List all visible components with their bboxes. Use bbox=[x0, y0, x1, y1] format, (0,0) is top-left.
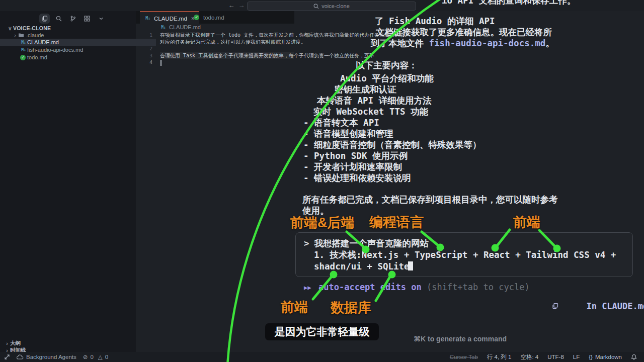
terminal-line: 密钥生成和认证 bbox=[335, 84, 396, 95]
terminal-line: 使用。 bbox=[302, 205, 329, 216]
copy-icon[interactable] bbox=[39, 14, 50, 24]
sidebar-item-fish-audio-api-docs[interactable]: M↓ fish-audio-api-docs.md bbox=[0, 46, 156, 53]
branch-icon[interactable] bbox=[67, 14, 78, 24]
code-line[interactable]: 合理使用 Task 工具创建多个子代理来提高开发的效率，每个子代理负责一个独立的… bbox=[160, 52, 374, 59]
braces-icon: {} bbox=[589, 354, 593, 360]
annotation-label-frontend-backend: 前端&后端 bbox=[290, 216, 355, 230]
panel-action-icons bbox=[39, 14, 106, 24]
terminal-line: - 语音转文本 API bbox=[303, 117, 379, 128]
sidebar-item-claude-folder[interactable]: › .claude bbox=[0, 32, 148, 39]
check-circle-icon: ✓ bbox=[20, 55, 26, 60]
text-caret bbox=[160, 60, 162, 66]
indentation-indicator[interactable]: 空格: 4 bbox=[520, 353, 538, 361]
back-arrow-icon[interactable]: ← bbox=[227, 2, 235, 10]
terminal-line: 本转语音 API 详细使用方法 bbox=[317, 95, 432, 106]
terminal-line: - 错误处理和依赖安装说明 bbox=[303, 172, 411, 184]
annotation-label-programming-language: 编程语言 bbox=[369, 215, 424, 229]
inline-code-filename: fish-audio-api-docs.md bbox=[429, 38, 546, 48]
eol-indicator[interactable]: LF bbox=[573, 354, 580, 360]
warning-triangle-icon: △ bbox=[98, 353, 103, 360]
prompt-row: shadcn/ui + SQLite bbox=[314, 261, 410, 272]
encoding-indicator[interactable]: UTF-8 bbox=[547, 354, 564, 360]
project-root[interactable]: ∨ VOICE-CLONE bbox=[0, 25, 143, 32]
terminal-line: 到了本地文件 fish-audio-api-docs.md。 bbox=[371, 38, 554, 49]
line-number: 3 bbox=[145, 52, 152, 59]
file-copy-icon bbox=[552, 283, 583, 329]
error-circle-icon: ⊘ bbox=[83, 353, 88, 360]
tab-todo-md[interactable]: ✓ todo.md bbox=[189, 11, 229, 24]
extensions-icon[interactable] bbox=[82, 14, 92, 24]
tab-bar: M↓ CLAUDE.md × ✓ todo.md bbox=[136, 11, 294, 24]
markdown-icon: M↓ bbox=[20, 40, 27, 45]
terminal-line: - 细粒度语音控制（音素控制、特殊效果等） bbox=[303, 139, 481, 150]
fast-forward-icon: ▶▶ bbox=[304, 283, 311, 292]
language-mode-indicator[interactable]: {} Markdown bbox=[589, 354, 622, 360]
markdown-icon: M↓ bbox=[144, 16, 151, 21]
terminal-line: 实时 WebSocket TTS 功能 bbox=[313, 106, 428, 117]
code-line[interactable]: 对应的任务标记为已完成，这样可以方便我们实时跟踪开发进度。 bbox=[160, 39, 306, 46]
annotation-label-frontend-2: 前端 bbox=[281, 300, 308, 314]
prompt-row: >我想搭建一个声音克隆的网站 bbox=[304, 238, 429, 249]
context-indicator: In CLAUDE.md bbox=[552, 283, 644, 329]
prompt-row: 1. 技术栈:Next.js + TypeScript + React + Ta… bbox=[314, 249, 616, 260]
background-agents-button[interactable]: Background Agents bbox=[17, 354, 76, 360]
search-icon[interactable] bbox=[53, 14, 64, 24]
auto-accept-toggle[interactable]: auto-accept edits on (shift+tab to cycle… bbox=[318, 282, 530, 292]
terminal-line: - Python SDK 使用示例 bbox=[303, 150, 408, 161]
folder-icon bbox=[18, 33, 24, 38]
notifications-bell-icon[interactable] bbox=[631, 354, 637, 360]
status-bar: Background Agents ⊘ 0 △ 0 Cursor Tab 行 4… bbox=[0, 352, 644, 362]
line-number: 1 bbox=[145, 32, 152, 39]
markdown-icon: M↓ bbox=[20, 48, 27, 52]
app-window: ← → voice-clone bbox=[0, 0, 644, 362]
chevron-right-icon: › bbox=[12, 32, 18, 38]
chevron-down-icon[interactable] bbox=[96, 14, 106, 24]
chevron-right-icon: › bbox=[4, 340, 10, 346]
terminal-cursor bbox=[408, 261, 413, 270]
search-input[interactable]: voice-clone bbox=[247, 2, 416, 11]
search-icon bbox=[313, 4, 319, 9]
cmdk-hint: ⌘K to generate a command bbox=[414, 335, 507, 343]
code-line[interactable]: 在项目根目录下我创建了一个 todo 文件，每次在开发之前，你都应该先将我们商量… bbox=[160, 32, 405, 39]
remote-window-icon[interactable] bbox=[4, 354, 10, 360]
line-number-active: 4 bbox=[145, 59, 152, 66]
check-circle-icon: ✓ bbox=[194, 15, 199, 20]
search-value: voice-clone bbox=[321, 3, 350, 9]
cloud-icon bbox=[17, 354, 24, 359]
line-col-indicator[interactable]: 行 4, 列 1 bbox=[487, 353, 512, 361]
terminal-line: - 开发者计划和速率限制 bbox=[303, 161, 402, 172]
annotation-label-frontend: 前端 bbox=[513, 215, 540, 229]
sidebar-item-todo-md[interactable]: ✓ todo.md bbox=[0, 54, 156, 61]
markdown-icon: M↓ bbox=[160, 25, 167, 30]
breadcrumb[interactable]: M↓ CLAUDE.md bbox=[160, 24, 201, 30]
annotation-label-database: 数据库 bbox=[331, 301, 371, 315]
sidebar-item-claude-md[interactable]: M↓ CLAUDE.md bbox=[0, 39, 156, 46]
terminal-line: 了 Fish Audio 的详细 API bbox=[375, 16, 495, 27]
cursor-tab-toggle[interactable]: Cursor Tab bbox=[450, 354, 478, 360]
problems-indicator[interactable]: ⊘ 0 △ 0 bbox=[83, 353, 108, 360]
terminal-line: Audio 平台介绍和功能 bbox=[340, 73, 434, 84]
forward-arrow-icon[interactable]: → bbox=[237, 2, 246, 10]
chevron-down-icon: ∨ bbox=[7, 25, 13, 31]
outline-panel-header[interactable]: › 大纲 bbox=[0, 340, 140, 347]
terminal-line: - 语音模型创建和管理 bbox=[303, 128, 393, 139]
terminal-line: 文档链接获取了更多准确信息。现在已经将所 bbox=[376, 27, 552, 38]
terminal-line: io API 文档的查询和保存工作。 bbox=[442, 0, 576, 6]
terminal-line: 所有任务都已完成，文档已保存到项目根目录中，您可以随时参考 bbox=[302, 194, 558, 205]
video-subtitle: 是因为它非常轻量级 bbox=[265, 323, 379, 340]
line-number: 2 bbox=[145, 45, 152, 52]
terminal-line: 以下主要内容： bbox=[356, 60, 418, 71]
explorer-sidebar: ∨ VOICE-CLONE › .claude M↓ CLAUDE.md M↓ … bbox=[0, 11, 136, 352]
